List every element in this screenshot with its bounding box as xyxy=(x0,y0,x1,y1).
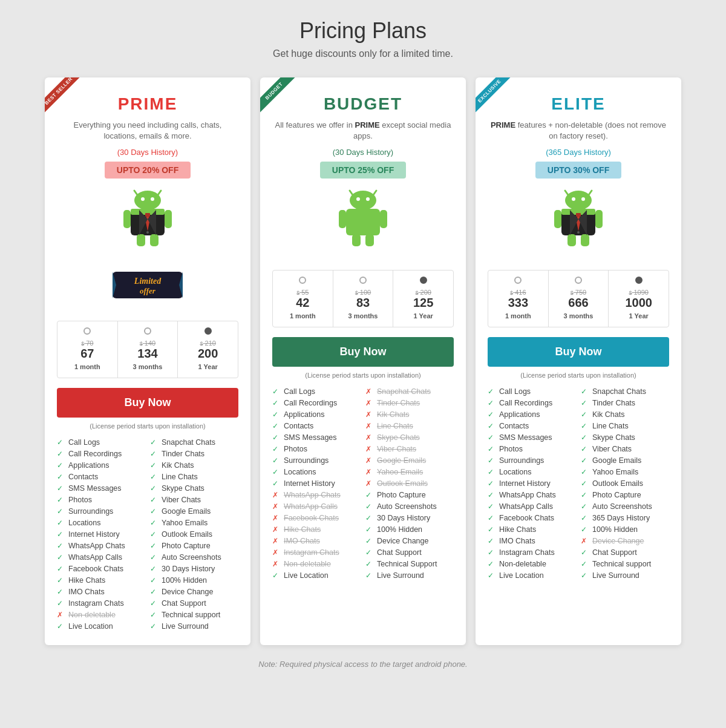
feature-item: ✓ Hike Chats xyxy=(57,576,145,585)
feature-name: SMS Messages xyxy=(499,433,552,442)
feature-item: ✓ 100% Hidden xyxy=(581,525,669,534)
feature-item: ✓ Call Recordings xyxy=(488,399,576,407)
check-icon: ✓ xyxy=(57,565,65,573)
check-icon: ✓ xyxy=(150,450,159,458)
feature-name: Device Change xyxy=(592,537,644,545)
radio-dot xyxy=(635,277,643,284)
feature-item: ✓ Skype Chats xyxy=(581,433,669,442)
feature-item: ✓ Technical support xyxy=(150,611,238,619)
feature-name: WhatsApp Chats xyxy=(284,491,341,499)
feature-name: Live Surround xyxy=(377,571,424,580)
feature-name: Instagram Chats xyxy=(284,548,339,557)
feature-item: ✓ Chat Support xyxy=(150,599,238,608)
pricing-option-2[interactable]: $ 210 200 1 Year xyxy=(178,321,238,378)
feature-item: ✓ Outlook Emails xyxy=(150,530,238,539)
feature-item: ✓ Line Chats xyxy=(150,473,238,481)
feature-name: Surroundings xyxy=(68,507,113,516)
period: 1 month xyxy=(74,363,100,370)
pricing-option-0[interactable]: $ 416 333 1 month xyxy=(488,271,549,327)
check-icon: ✓ xyxy=(488,502,496,511)
feature-name: 30 Days History xyxy=(162,565,215,573)
check-icon: ✓ xyxy=(488,433,496,442)
period: 3 months xyxy=(133,363,163,370)
feature-item: ✓ WhatsApp Chats xyxy=(488,491,576,499)
feature-item: ✓ Instagram Chats xyxy=(488,548,576,557)
radio-dot xyxy=(514,277,522,284)
svg-point-35 xyxy=(581,197,585,201)
feature-name: Device Change xyxy=(377,537,428,545)
feature-name: WhatsApp Chats xyxy=(68,542,125,550)
pricing-option-0[interactable]: $ 70 67 1 month xyxy=(57,321,118,378)
check-icon: ✓ xyxy=(365,514,374,522)
feature-name: Live Surround xyxy=(162,622,209,631)
feature-name: Line Chats xyxy=(377,422,413,430)
elite-ribbon: EXCLUSIVE xyxy=(476,77,524,126)
discount-badge: UPTO 30% OFF xyxy=(535,162,621,179)
check-icon: ✓ xyxy=(365,502,374,511)
feature-name: Viber Chats xyxy=(377,445,416,453)
radio-dot xyxy=(204,327,212,335)
feature-item: ✓ Contacts xyxy=(488,422,576,430)
buy-button[interactable]: Buy Now xyxy=(57,388,238,418)
pricing-option-2[interactable]: $ 200 125 1 Year xyxy=(393,271,453,327)
feature-item: ✓ Locations xyxy=(57,519,145,527)
feature-item: ✓ WhatsApp Calls xyxy=(57,553,145,562)
pricing-option-0[interactable]: $ 55 42 1 month xyxy=(273,271,333,327)
check-icon: ✓ xyxy=(488,548,496,557)
buy-button[interactable]: Buy Now xyxy=(488,337,669,367)
old-price: $ 55 xyxy=(275,289,330,296)
check-icon: ✓ xyxy=(365,491,374,499)
check-icon: ✓ xyxy=(272,468,281,476)
feature-item: ✓ Yahoo Emails xyxy=(581,468,669,476)
feature-item: ✓ Viber Chats xyxy=(581,445,669,453)
feature-name: Call Recordings xyxy=(499,399,552,407)
pricing-option-1[interactable]: $ 100 83 3 months xyxy=(333,271,394,327)
cross-icon: ✗ xyxy=(365,445,374,453)
footer-note: Note: Required physical access to the ta… xyxy=(12,660,714,669)
feature-item: ✗ Tinder Chats xyxy=(365,399,454,407)
pricing-options: $ 55 42 1 month $ 100 83 3 months $ 200 … xyxy=(272,270,454,327)
feature-item: ✗ Snapchat Chats xyxy=(365,387,454,396)
radio-dot xyxy=(359,277,367,284)
pricing-option-1[interactable]: $ 140 134 3 months xyxy=(118,321,178,378)
check-icon: ✓ xyxy=(488,387,496,396)
feature-item: ✓ 30 Days History xyxy=(150,565,238,573)
radio-dot xyxy=(83,327,91,335)
feature-item: ✓ Contacts xyxy=(57,473,145,481)
feature-name: Photo Capture xyxy=(162,542,211,550)
feature-name: Viber Chats xyxy=(162,496,201,504)
feature-item: ✓ Photos xyxy=(272,445,361,453)
feature-item: ✗ WhatsApp Chats xyxy=(272,491,361,499)
old-price: $ 100 xyxy=(336,289,391,296)
feature-item: ✓ Auto Screenshots xyxy=(150,553,238,562)
check-icon: ✓ xyxy=(150,599,159,608)
feature-name: Outlook Emails xyxy=(377,479,428,488)
feature-item: ✓ Outlook Emails xyxy=(581,479,669,488)
feature-item: ✗ Skype Chats xyxy=(365,433,454,442)
feature-item: ✓ Line Chats xyxy=(581,422,669,430)
feature-item: ✗ Hike Chats xyxy=(272,525,361,534)
pricing-option-2[interactable]: $ 1090 1000 1 Year xyxy=(609,271,669,327)
check-icon: ✓ xyxy=(488,525,496,534)
cross-icon: ✗ xyxy=(365,387,374,396)
buy-button[interactable]: Buy Now xyxy=(272,337,454,367)
svg-point-25 xyxy=(366,197,370,201)
feature-item: ✓ Photo Capture xyxy=(365,491,454,499)
cross-icon: ✗ xyxy=(272,502,281,511)
check-icon: ✓ xyxy=(150,484,159,493)
pricing-option-1[interactable]: $ 750 666 3 months xyxy=(549,271,609,327)
feature-name: Google Emails xyxy=(162,507,211,516)
feature-name: Yahoo Emails xyxy=(162,519,208,527)
svg-rect-8 xyxy=(165,210,172,228)
features-grid: ✓ Call Logs ✓ Snapchat Chats ✓ Call Reco… xyxy=(57,438,238,631)
svg-rect-38 xyxy=(554,210,561,228)
check-icon: ✓ xyxy=(57,588,65,596)
feature-item: ✓ Live Surround xyxy=(150,622,238,631)
license-note: (License period starts upon installation… xyxy=(272,372,454,379)
feature-item: ✗ Non-deletable xyxy=(57,611,145,619)
check-icon: ✓ xyxy=(581,571,589,580)
old-price: $ 210 xyxy=(180,339,235,347)
svg-rect-41 xyxy=(581,234,589,246)
license-note: (License period starts upon installation… xyxy=(57,422,238,430)
feature-item: ✓ Hike Chats xyxy=(488,525,576,534)
